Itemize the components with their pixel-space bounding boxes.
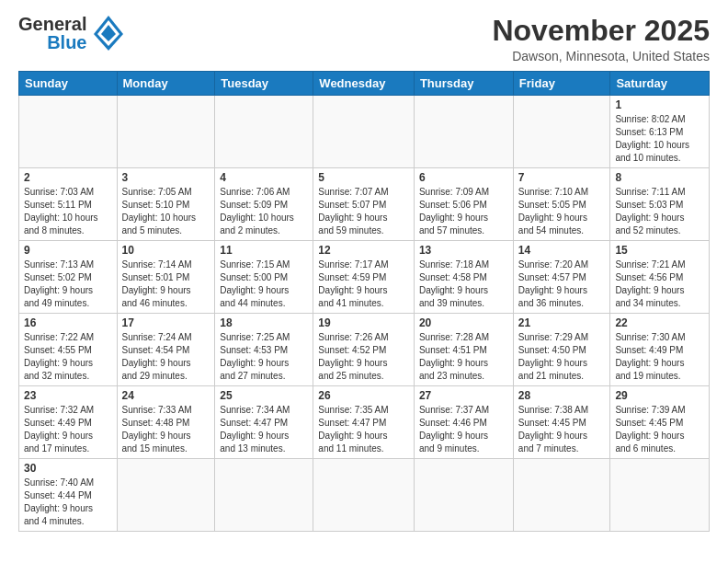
- calendar-week-2: 2Sunrise: 7:03 AM Sunset: 5:11 PM Daylig…: [19, 168, 710, 241]
- day-info: Sunrise: 7:15 AM Sunset: 5:00 PM Dayligh…: [220, 259, 308, 310]
- location: Dawson, Minnesota, United States: [492, 49, 710, 63]
- calendar-week-1: 1Sunrise: 8:02 AM Sunset: 6:13 PM Daylig…: [19, 96, 710, 168]
- logo: General Blue: [18, 15, 123, 52]
- calendar-cell: 23Sunrise: 7:32 AM Sunset: 4:49 PM Dayli…: [19, 386, 118, 459]
- day-info: Sunrise: 7:14 AM Sunset: 5:01 PM Dayligh…: [122, 259, 210, 310]
- calendar-cell: 1Sunrise: 8:02 AM Sunset: 6:13 PM Daylig…: [610, 96, 710, 168]
- header-monday: Monday: [117, 72, 215, 96]
- day-number: 29: [615, 389, 704, 402]
- calendar-cell: [414, 96, 513, 168]
- day-number: 1: [615, 98, 704, 111]
- day-number: 7: [518, 171, 606, 184]
- header-saturday: Saturday: [610, 72, 710, 96]
- day-number: 2: [24, 171, 112, 184]
- day-info: Sunrise: 7:35 AM Sunset: 4:47 PM Dayligh…: [318, 404, 409, 455]
- day-number: 27: [419, 389, 508, 402]
- header-sunday: Sunday: [19, 72, 118, 96]
- day-number: 11: [220, 244, 308, 257]
- day-number: 25: [220, 389, 308, 402]
- day-number: 17: [122, 316, 210, 329]
- day-number: 19: [318, 316, 409, 329]
- day-info: Sunrise: 7:20 AM Sunset: 4:57 PM Dayligh…: [518, 259, 606, 310]
- day-number: 22: [615, 316, 704, 329]
- day-number: 20: [419, 316, 508, 329]
- calendar-cell: [513, 459, 610, 532]
- logo-blue-text: Blue: [47, 33, 86, 52]
- calendar-cell: 25Sunrise: 7:34 AM Sunset: 4:47 PM Dayli…: [215, 386, 313, 459]
- day-info: Sunrise: 7:26 AM Sunset: 4:52 PM Dayligh…: [318, 331, 409, 383]
- calendar-cell: 20Sunrise: 7:28 AM Sunset: 4:51 PM Dayli…: [414, 314, 513, 386]
- day-info: Sunrise: 7:11 AM Sunset: 5:03 PM Dayligh…: [615, 186, 704, 237]
- calendar-cell: 29Sunrise: 7:39 AM Sunset: 4:45 PM Dayli…: [610, 386, 710, 459]
- day-number: 21: [518, 316, 606, 329]
- calendar-cell: [513, 96, 610, 168]
- day-info: Sunrise: 7:21 AM Sunset: 4:56 PM Dayligh…: [615, 259, 704, 310]
- calendar-cell: 19Sunrise: 7:26 AM Sunset: 4:52 PM Dayli…: [313, 314, 415, 386]
- calendar-week-4: 16Sunrise: 7:22 AM Sunset: 4:55 PM Dayli…: [19, 314, 710, 386]
- header-friday: Friday: [513, 72, 610, 96]
- calendar-cell: 26Sunrise: 7:35 AM Sunset: 4:47 PM Dayli…: [313, 386, 415, 459]
- day-number: 9: [24, 244, 112, 257]
- day-info: Sunrise: 7:09 AM Sunset: 5:06 PM Dayligh…: [419, 186, 508, 237]
- calendar-cell: 28Sunrise: 7:38 AM Sunset: 4:45 PM Dayli…: [513, 386, 610, 459]
- calendar-cell: [117, 459, 215, 532]
- calendar-cell: 30Sunrise: 7:40 AM Sunset: 4:44 PM Dayli…: [19, 459, 118, 532]
- day-info: Sunrise: 7:33 AM Sunset: 4:48 PM Dayligh…: [122, 404, 210, 455]
- day-info: Sunrise: 7:32 AM Sunset: 4:49 PM Dayligh…: [24, 404, 112, 455]
- day-number: 16: [24, 316, 112, 329]
- calendar-week-3: 9Sunrise: 7:13 AM Sunset: 5:02 PM Daylig…: [19, 241, 710, 314]
- day-info: Sunrise: 7:25 AM Sunset: 4:53 PM Dayligh…: [220, 331, 308, 383]
- calendar-cell: [215, 96, 313, 168]
- header-tuesday: Tuesday: [215, 72, 313, 96]
- day-number: 12: [318, 244, 409, 257]
- calendar-table: Sunday Monday Tuesday Wednesday Thursday…: [18, 71, 710, 532]
- calendar-cell: 21Sunrise: 7:29 AM Sunset: 4:50 PM Dayli…: [513, 314, 610, 386]
- calendar-cell: [215, 459, 313, 532]
- header-wednesday: Wednesday: [313, 72, 415, 96]
- calendar-cell: 5Sunrise: 7:07 AM Sunset: 5:07 PM Daylig…: [313, 168, 415, 241]
- calendar-cell: 17Sunrise: 7:24 AM Sunset: 4:54 PM Dayli…: [117, 314, 215, 386]
- header: General Blue November 2025 Dawson, Minne…: [18, 15, 710, 63]
- calendar-cell: 11Sunrise: 7:15 AM Sunset: 5:00 PM Dayli…: [215, 241, 313, 314]
- day-info: Sunrise: 7:40 AM Sunset: 4:44 PM Dayligh…: [24, 477, 112, 528]
- day-info: Sunrise: 7:24 AM Sunset: 4:54 PM Dayligh…: [122, 331, 210, 383]
- day-info: Sunrise: 7:39 AM Sunset: 4:45 PM Dayligh…: [615, 404, 704, 455]
- weekday-header-row: Sunday Monday Tuesday Wednesday Thursday…: [19, 72, 710, 96]
- day-number: 4: [220, 171, 308, 184]
- day-info: Sunrise: 7:13 AM Sunset: 5:02 PM Dayligh…: [24, 259, 112, 310]
- calendar-week-6: 30Sunrise: 7:40 AM Sunset: 4:44 PM Dayli…: [19, 459, 710, 532]
- day-number: 14: [518, 244, 606, 257]
- day-number: 26: [318, 389, 409, 402]
- day-info: Sunrise: 7:06 AM Sunset: 5:09 PM Dayligh…: [220, 186, 308, 237]
- calendar-cell: [313, 459, 415, 532]
- calendar-cell: [610, 459, 710, 532]
- day-info: Sunrise: 7:37 AM Sunset: 4:46 PM Dayligh…: [419, 404, 508, 455]
- calendar-cell: 8Sunrise: 7:11 AM Sunset: 5:03 PM Daylig…: [610, 168, 710, 241]
- calendar-cell: 3Sunrise: 7:05 AM Sunset: 5:10 PM Daylig…: [117, 168, 215, 241]
- calendar-cell: 7Sunrise: 7:10 AM Sunset: 5:05 PM Daylig…: [513, 168, 610, 241]
- day-info: Sunrise: 7:18 AM Sunset: 4:58 PM Dayligh…: [419, 259, 508, 310]
- day-info: Sunrise: 7:29 AM Sunset: 4:50 PM Dayligh…: [518, 331, 606, 383]
- calendar-cell: 18Sunrise: 7:25 AM Sunset: 4:53 PM Dayli…: [215, 314, 313, 386]
- day-info: Sunrise: 7:07 AM Sunset: 5:07 PM Dayligh…: [318, 186, 409, 237]
- calendar-cell: 15Sunrise: 7:21 AM Sunset: 4:56 PM Dayli…: [610, 241, 710, 314]
- day-number: 30: [24, 462, 112, 475]
- calendar-cell: 22Sunrise: 7:30 AM Sunset: 4:49 PM Dayli…: [610, 314, 710, 386]
- calendar-cell: 9Sunrise: 7:13 AM Sunset: 5:02 PM Daylig…: [19, 241, 118, 314]
- day-number: 13: [419, 244, 508, 257]
- day-info: Sunrise: 7:30 AM Sunset: 4:49 PM Dayligh…: [615, 331, 704, 383]
- day-number: 15: [615, 244, 704, 257]
- day-info: Sunrise: 7:28 AM Sunset: 4:51 PM Dayligh…: [419, 331, 508, 383]
- day-number: 23: [24, 389, 112, 402]
- calendar-cell: 14Sunrise: 7:20 AM Sunset: 4:57 PM Dayli…: [513, 241, 610, 314]
- calendar-cell: 16Sunrise: 7:22 AM Sunset: 4:55 PM Dayli…: [19, 314, 118, 386]
- calendar-page: General Blue November 2025 Dawson, Minne…: [0, 0, 728, 563]
- day-number: 28: [518, 389, 606, 402]
- title-block: November 2025 Dawson, Minnesota, United …: [492, 15, 710, 63]
- day-number: 18: [220, 316, 308, 329]
- day-number: 8: [615, 171, 704, 184]
- calendar-cell: 12Sunrise: 7:17 AM Sunset: 4:59 PM Dayli…: [313, 241, 415, 314]
- calendar-cell: 6Sunrise: 7:09 AM Sunset: 5:06 PM Daylig…: [414, 168, 513, 241]
- day-info: Sunrise: 7:10 AM Sunset: 5:05 PM Dayligh…: [518, 186, 606, 237]
- calendar-cell: [414, 459, 513, 532]
